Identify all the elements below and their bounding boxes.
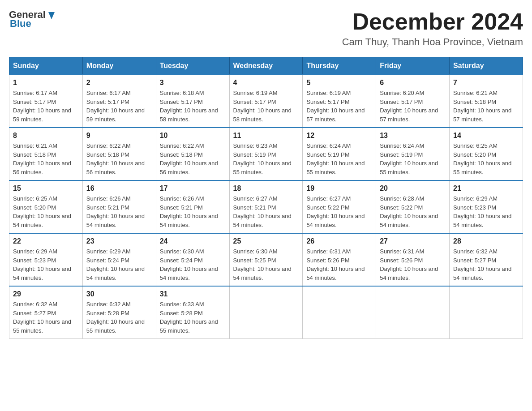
day-info: Sunrise: 6:24 AM Sunset: 5:19 PM Dayligh… xyxy=(380,141,446,176)
day-number: 31 xyxy=(160,290,226,298)
day-number: 28 xyxy=(453,237,519,245)
column-header-tuesday: Tuesday xyxy=(156,57,229,75)
day-number: 16 xyxy=(86,184,152,193)
title-area: December 2024 Cam Thuy, Thanh Hoa Provin… xyxy=(342,9,523,48)
day-info: Sunrise: 6:21 AM Sunset: 5:18 PM Dayligh… xyxy=(453,89,519,124)
calendar-table: SundayMondayTuesdayWednesdayThursdayFrid… xyxy=(9,57,523,339)
day-info: Sunrise: 6:24 AM Sunset: 5:19 PM Dayligh… xyxy=(306,141,372,176)
calendar-week-row: 15 Sunrise: 6:25 AM Sunset: 5:20 PM Dayl… xyxy=(9,180,523,233)
calendar-day-cell: 29 Sunrise: 6:32 AM Sunset: 5:27 PM Dayl… xyxy=(9,286,83,339)
day-info: Sunrise: 6:33 AM Sunset: 5:28 PM Dayligh… xyxy=(160,300,226,335)
calendar-header-row: SundayMondayTuesdayWednesdayThursdayFrid… xyxy=(9,57,523,75)
day-info: Sunrise: 6:18 AM Sunset: 5:17 PM Dayligh… xyxy=(160,89,226,124)
day-number: 8 xyxy=(13,132,79,140)
day-number: 20 xyxy=(380,184,446,193)
day-number: 17 xyxy=(160,184,226,193)
calendar-day-cell: 12 Sunrise: 6:24 AM Sunset: 5:19 PM Dayl… xyxy=(303,128,376,180)
calendar-day-cell: 8 Sunrise: 6:21 AM Sunset: 5:18 PM Dayli… xyxy=(9,128,83,180)
logo: General Blue xyxy=(9,9,56,30)
calendar-day-cell: 5 Sunrise: 6:19 AM Sunset: 5:17 PM Dayli… xyxy=(303,75,376,128)
calendar-week-row: 29 Sunrise: 6:32 AM Sunset: 5:27 PM Dayl… xyxy=(9,286,523,339)
day-number: 9 xyxy=(86,132,152,140)
svg-marker-0 xyxy=(48,12,55,19)
column-header-saturday: Saturday xyxy=(450,57,523,75)
day-number: 6 xyxy=(380,79,446,87)
day-number: 23 xyxy=(86,237,152,245)
day-number: 15 xyxy=(13,184,79,193)
logo-blue-text: Blue xyxy=(10,18,31,30)
calendar-day-cell: 4 Sunrise: 6:19 AM Sunset: 5:17 PM Dayli… xyxy=(229,75,303,128)
calendar-day-cell xyxy=(229,286,303,339)
calendar-day-cell: 7 Sunrise: 6:21 AM Sunset: 5:18 PM Dayli… xyxy=(450,75,523,128)
day-info: Sunrise: 6:30 AM Sunset: 5:25 PM Dayligh… xyxy=(233,247,299,282)
logo-triangle-icon xyxy=(47,10,56,20)
calendar-day-cell xyxy=(303,286,376,339)
day-number: 12 xyxy=(306,132,372,140)
day-info: Sunrise: 6:23 AM Sunset: 5:19 PM Dayligh… xyxy=(233,141,299,176)
day-number: 19 xyxy=(306,184,372,193)
day-info: Sunrise: 6:32 AM Sunset: 5:27 PM Dayligh… xyxy=(453,247,519,282)
day-number: 26 xyxy=(306,237,372,245)
calendar-day-cell: 21 Sunrise: 6:29 AM Sunset: 5:23 PM Dayl… xyxy=(450,180,523,233)
day-info: Sunrise: 6:25 AM Sunset: 5:20 PM Dayligh… xyxy=(13,194,79,229)
day-number: 13 xyxy=(380,132,446,140)
column-header-friday: Friday xyxy=(376,57,450,75)
calendar-day-cell: 1 Sunrise: 6:17 AM Sunset: 5:17 PM Dayli… xyxy=(9,75,83,128)
day-number: 5 xyxy=(306,79,372,87)
header: General Blue December 2024 Cam Thuy, Tha… xyxy=(9,9,523,48)
day-number: 2 xyxy=(86,79,152,87)
calendar-day-cell: 19 Sunrise: 6:27 AM Sunset: 5:22 PM Dayl… xyxy=(303,180,376,233)
calendar-day-cell: 11 Sunrise: 6:23 AM Sunset: 5:19 PM Dayl… xyxy=(229,128,303,180)
calendar-day-cell: 23 Sunrise: 6:29 AM Sunset: 5:24 PM Dayl… xyxy=(82,233,156,286)
day-info: Sunrise: 6:22 AM Sunset: 5:18 PM Dayligh… xyxy=(160,141,226,176)
day-info: Sunrise: 6:27 AM Sunset: 5:21 PM Dayligh… xyxy=(233,194,299,229)
day-info: Sunrise: 6:20 AM Sunset: 5:17 PM Dayligh… xyxy=(380,89,446,124)
calendar-day-cell: 20 Sunrise: 6:28 AM Sunset: 5:22 PM Dayl… xyxy=(376,180,450,233)
day-number: 24 xyxy=(160,237,226,245)
day-info: Sunrise: 6:26 AM Sunset: 5:21 PM Dayligh… xyxy=(86,194,152,229)
location-title: Cam Thuy, Thanh Hoa Province, Vietnam xyxy=(342,36,523,48)
calendar-day-cell: 24 Sunrise: 6:30 AM Sunset: 5:24 PM Dayl… xyxy=(156,233,229,286)
day-info: Sunrise: 6:19 AM Sunset: 5:17 PM Dayligh… xyxy=(306,89,372,124)
calendar-day-cell: 14 Sunrise: 6:25 AM Sunset: 5:20 PM Dayl… xyxy=(450,128,523,180)
day-info: Sunrise: 6:31 AM Sunset: 5:26 PM Dayligh… xyxy=(380,247,446,282)
calendar-week-row: 1 Sunrise: 6:17 AM Sunset: 5:17 PM Dayli… xyxy=(9,75,523,128)
day-info: Sunrise: 6:21 AM Sunset: 5:18 PM Dayligh… xyxy=(13,141,79,176)
calendar-day-cell: 16 Sunrise: 6:26 AM Sunset: 5:21 PM Dayl… xyxy=(82,180,156,233)
day-info: Sunrise: 6:29 AM Sunset: 5:24 PM Dayligh… xyxy=(86,247,152,282)
column-header-thursday: Thursday xyxy=(303,57,376,75)
column-header-monday: Monday xyxy=(82,57,156,75)
day-info: Sunrise: 6:29 AM Sunset: 5:23 PM Dayligh… xyxy=(453,194,519,229)
day-number: 11 xyxy=(233,132,299,140)
day-number: 27 xyxy=(380,237,446,245)
day-number: 18 xyxy=(233,184,299,193)
day-info: Sunrise: 6:27 AM Sunset: 5:22 PM Dayligh… xyxy=(306,194,372,229)
calendar-day-cell: 30 Sunrise: 6:32 AM Sunset: 5:28 PM Dayl… xyxy=(82,286,156,339)
day-number: 4 xyxy=(233,79,299,87)
day-info: Sunrise: 6:17 AM Sunset: 5:17 PM Dayligh… xyxy=(86,89,152,124)
day-number: 22 xyxy=(13,237,79,245)
calendar-day-cell: 18 Sunrise: 6:27 AM Sunset: 5:21 PM Dayl… xyxy=(229,180,303,233)
column-header-sunday: Sunday xyxy=(9,57,83,75)
day-info: Sunrise: 6:29 AM Sunset: 5:23 PM Dayligh… xyxy=(13,247,79,282)
calendar-day-cell: 6 Sunrise: 6:20 AM Sunset: 5:17 PM Dayli… xyxy=(376,75,450,128)
day-info: Sunrise: 6:17 AM Sunset: 5:17 PM Dayligh… xyxy=(13,89,79,124)
calendar-day-cell: 15 Sunrise: 6:25 AM Sunset: 5:20 PM Dayl… xyxy=(9,180,83,233)
calendar-day-cell: 17 Sunrise: 6:26 AM Sunset: 5:21 PM Dayl… xyxy=(156,180,229,233)
month-title: December 2024 xyxy=(342,9,523,34)
calendar-day-cell: 28 Sunrise: 6:32 AM Sunset: 5:27 PM Dayl… xyxy=(450,233,523,286)
calendar-day-cell: 13 Sunrise: 6:24 AM Sunset: 5:19 PM Dayl… xyxy=(376,128,450,180)
day-info: Sunrise: 6:28 AM Sunset: 5:22 PM Dayligh… xyxy=(380,194,446,229)
calendar-day-cell: 22 Sunrise: 6:29 AM Sunset: 5:23 PM Dayl… xyxy=(9,233,83,286)
calendar-day-cell: 9 Sunrise: 6:22 AM Sunset: 5:18 PM Dayli… xyxy=(82,128,156,180)
calendar-week-row: 8 Sunrise: 6:21 AM Sunset: 5:18 PM Dayli… xyxy=(9,128,523,180)
column-header-wednesday: Wednesday xyxy=(229,57,303,75)
day-number: 14 xyxy=(453,132,519,140)
calendar-day-cell: 27 Sunrise: 6:31 AM Sunset: 5:26 PM Dayl… xyxy=(376,233,450,286)
calendar-day-cell: 10 Sunrise: 6:22 AM Sunset: 5:18 PM Dayl… xyxy=(156,128,229,180)
day-number: 25 xyxy=(233,237,299,245)
day-number: 3 xyxy=(160,79,226,87)
day-info: Sunrise: 6:26 AM Sunset: 5:21 PM Dayligh… xyxy=(160,194,226,229)
day-number: 10 xyxy=(160,132,226,140)
calendar-day-cell: 26 Sunrise: 6:31 AM Sunset: 5:26 PM Dayl… xyxy=(303,233,376,286)
